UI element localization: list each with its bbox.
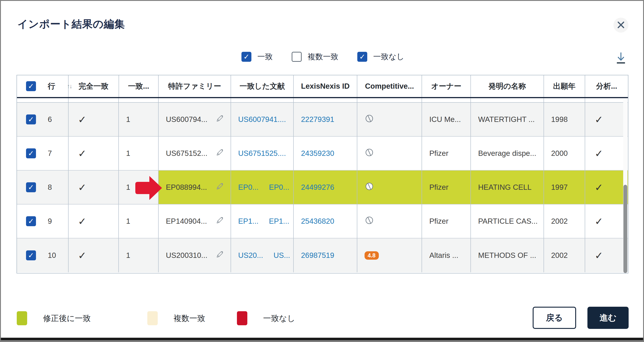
full-match-check-icon: ✓: [76, 148, 86, 159]
cell-r6-c4: US6007941....: [231, 103, 294, 137]
cell-r6-c9: 1998: [544, 103, 586, 137]
row-number: 10: [48, 251, 56, 260]
cell-r7-c6: [357, 137, 422, 171]
cell-r10-c4: US20...US...: [231, 238, 294, 272]
lexisnexis-id-link[interactable]: 22279391: [301, 115, 334, 124]
filter-item-2: ✓一致なし: [357, 51, 404, 62]
matched-doc-link[interactable]: US6007941....: [238, 115, 286, 124]
legend-label-2: 一致なし: [263, 313, 295, 324]
partial-cell: [544, 98, 586, 102]
legend-item-1: 複数一致: [147, 311, 205, 325]
cell-r8-c4: EP0...EP0...: [231, 171, 294, 205]
close-button[interactable]: [614, 18, 628, 32]
column-header-label: 特許ファミリー: [168, 81, 221, 91]
row-checkbox-10[interactable]: ✓: [26, 250, 36, 260]
import-results-dialog-screen: インポート結果の編集 ✓一致複数一致✓一致なし ✓行↑↓完全一致一致...特許フ…: [0, 0, 644, 342]
checkbox-check-icon: ✓: [28, 184, 34, 191]
owner-value: Pfizer: [429, 149, 448, 158]
table-row-6: ✓6✓1US600794...US6007941....22279391ICU …: [17, 103, 628, 137]
cell-r8-c0: ✓8: [17, 171, 68, 205]
cell-r6-c1: ✓: [68, 103, 119, 137]
cell-r6-c0: ✓6: [17, 103, 68, 137]
column-header-6[interactable]: Competitive...: [357, 75, 422, 97]
matched-doc-link[interactable]: EP0...: [269, 183, 290, 192]
column-header-7[interactable]: オーナー: [422, 75, 471, 97]
application-year-value: 2000: [551, 149, 568, 158]
edit-pencil-icon[interactable]: [216, 148, 224, 158]
column-header-5[interactable]: LexisNexis ID: [294, 75, 357, 97]
matched-doc-link[interactable]: US20...: [238, 251, 263, 260]
cell-r7-c3: US675152...: [158, 137, 231, 171]
edit-pencil-icon[interactable]: [216, 250, 224, 260]
edit-pencil-icon[interactable]: [216, 114, 224, 124]
select-all-checkbox[interactable]: ✓: [26, 81, 36, 91]
column-header-3[interactable]: 特許ファミリー: [158, 75, 231, 97]
column-header-1[interactable]: 完全一致: [68, 75, 119, 97]
lexisnexis-id-link[interactable]: 25436820: [301, 217, 334, 226]
patent-family-value: EP140904...: [166, 217, 207, 226]
owner-value: Pfizer: [429, 217, 448, 226]
filter-checkbox-1[interactable]: [292, 52, 302, 62]
cell-r10-c7: Altaris ...: [422, 238, 471, 272]
filter-label-0: 一致: [257, 51, 273, 62]
matched-doc-link[interactable]: US6751525....: [238, 149, 286, 158]
back-button[interactable]: 戻る: [533, 307, 576, 329]
lexisnexis-id-link[interactable]: 24499276: [301, 183, 334, 192]
lexisnexis-id-link[interactable]: 24359230: [301, 149, 334, 158]
matched-doc-link[interactable]: US...: [274, 251, 290, 260]
edit-pencil-icon[interactable]: [216, 182, 224, 192]
column-header-2[interactable]: 一致...: [119, 75, 159, 97]
invention-title-value: PARTICLE CAS...: [478, 217, 538, 226]
cell-r6-c7: ICU Me...: [422, 103, 471, 137]
filter-checkbox-0[interactable]: ✓: [242, 52, 252, 62]
edit-pencil-icon[interactable]: [216, 216, 224, 226]
matched-doc-links: US20...US...: [238, 251, 290, 260]
cell-r9-c1: ✓: [68, 205, 119, 238]
column-header-9[interactable]: 出願年: [544, 75, 586, 97]
legend-item-0: 修正後に一致: [17, 311, 91, 325]
dialog-panel: インポート結果の編集 ✓一致複数一致✓一致なし ✓行↑↓完全一致一致...特許フ…: [1, 1, 643, 338]
column-header-label: 出願年: [553, 81, 576, 91]
column-header-label: 完全一致: [78, 81, 108, 91]
partial-cell: [158, 98, 231, 102]
analysis-check-icon: ✓: [592, 182, 603, 193]
legend-item-2: 一致なし: [237, 311, 295, 325]
filter-checkbox-2[interactable]: ✓: [357, 52, 367, 62]
invention-title-value: WATERTIGHT ...: [478, 115, 535, 124]
full-match-check-icon: ✓: [76, 182, 86, 193]
owner-value: Pfizer: [429, 183, 448, 192]
column-header-8[interactable]: 発明の名称: [471, 75, 544, 97]
partial-cell: [471, 98, 544, 102]
matched-doc-link[interactable]: EP0...: [238, 183, 259, 192]
row-checkbox-7[interactable]: ✓: [26, 148, 36, 158]
bottom-edge-bar: [1, 338, 643, 340]
next-button[interactable]: 進む: [588, 307, 628, 329]
checkbox-check-icon: ✓: [28, 150, 34, 157]
application-year-value: 1997: [551, 183, 568, 192]
row-checkbox-8[interactable]: ✓: [26, 182, 36, 192]
cell-r7-c4: US6751525....: [231, 137, 294, 171]
table-scrollbar-thumb[interactable]: [624, 185, 627, 273]
lexisnexis-id-link[interactable]: 26987519: [301, 251, 334, 260]
cell-r10-c6: 4.8: [357, 238, 422, 272]
cell-r7-c9: 2000: [544, 137, 586, 171]
close-icon: [617, 21, 625, 29]
column-header-10[interactable]: 分析...: [585, 75, 628, 97]
row-checkbox-9[interactable]: ✓: [26, 216, 36, 226]
full-match-check-icon: ✓: [76, 216, 86, 227]
matched-doc-link[interactable]: EP1...: [238, 217, 259, 226]
cell-r9-c3: EP140904...: [158, 205, 231, 238]
competitive-score-badge: 4.8: [364, 251, 379, 260]
row-checkbox-6[interactable]: ✓: [26, 114, 36, 124]
column-header-4[interactable]: 一致した文献: [231, 75, 294, 97]
cell-r9-c5: 25436820: [294, 205, 357, 238]
filter-item-1: 複数一致: [292, 51, 338, 62]
matched-doc-link[interactable]: EP1...: [269, 217, 290, 226]
cell-r7-c1: ✓: [68, 137, 119, 171]
matched-doc-links: EP0...EP0...: [238, 183, 290, 192]
partial-cell: [231, 98, 294, 102]
cell-r10-c3: US200310...: [158, 238, 231, 272]
download-button[interactable]: [614, 51, 627, 66]
checkbox-check-icon: ✓: [28, 252, 34, 259]
column-header-0[interactable]: ✓行↑↓: [17, 75, 68, 97]
